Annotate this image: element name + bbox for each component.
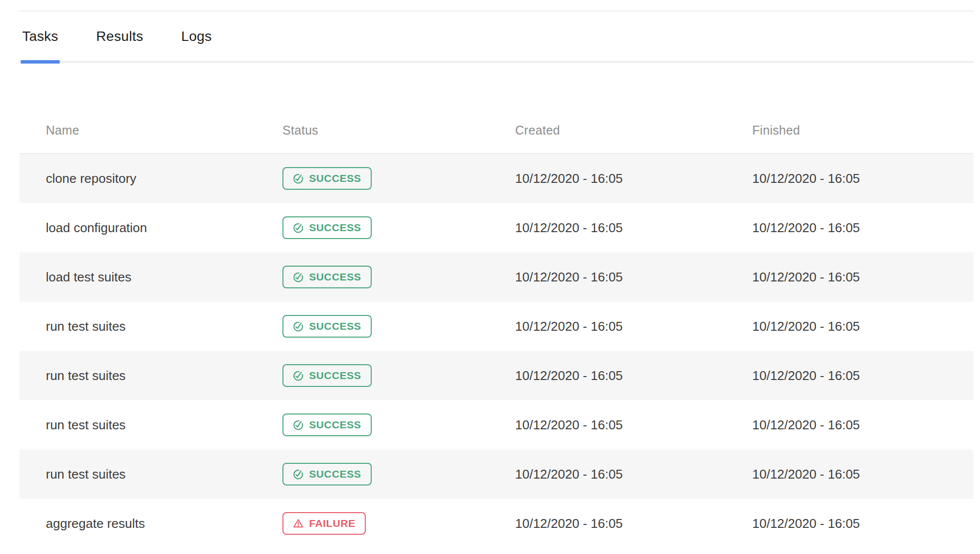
column-header-status: Status (282, 123, 515, 138)
task-created: 10/12/2020 - 16:05 (515, 417, 752, 433)
table-row: load configuration SUCCESS 10/12/2020 - … (20, 203, 974, 252)
table-body: clone repository SUCCESS 10/12/2020 - 16… (20, 154, 974, 548)
task-name: load test suites (20, 270, 282, 285)
task-status-cell: SUCCESS (282, 364, 515, 387)
check-circle-icon (292, 221, 305, 234)
status-badge-label: FAILURE (309, 518, 355, 529)
task-name: run test suites (20, 319, 282, 334)
status-badge-label: SUCCESS (309, 173, 361, 184)
warning-triangle-icon (292, 517, 305, 530)
status-badge: SUCCESS (282, 315, 372, 338)
task-status-cell: SUCCESS (282, 315, 515, 338)
task-finished: 10/12/2020 - 16:05 (752, 417, 974, 433)
tab-logs[interactable]: Logs (181, 11, 212, 61)
tab-bar: Tasks Results Logs (20, 11, 974, 63)
column-header-created: Created (515, 123, 752, 138)
status-badge: SUCCESS (282, 167, 372, 190)
task-name: run test suites (20, 417, 282, 433)
tab-tasks-label: Tasks (22, 29, 58, 44)
status-badge-label: SUCCESS (309, 271, 361, 283)
table-header-row: Name Status Created Finished (20, 107, 974, 154)
status-badge-label: SUCCESS (309, 222, 361, 234)
table-row: run test suites SUCCESS 10/12/2020 - 16:… (20, 450, 974, 499)
status-badge: SUCCESS (282, 414, 372, 436)
table-row: run test suites SUCCESS 10/12/2020 - 16:… (20, 351, 974, 400)
task-finished: 10/12/2020 - 16:05 (752, 220, 974, 236)
task-finished: 10/12/2020 - 16:05 (752, 516, 974, 531)
table-row: load test suites SUCCESS 10/12/2020 - 16… (20, 252, 974, 302)
tab-logs-label: Logs (181, 29, 212, 44)
table-row: run test suites SUCCESS 10/12/2020 - 16:… (20, 400, 974, 450)
status-badge: SUCCESS (282, 364, 372, 387)
status-badge: FAILURE (282, 512, 366, 535)
task-created: 10/12/2020 - 16:05 (515, 171, 752, 186)
task-status-cell: SUCCESS (282, 216, 515, 239)
task-created: 10/12/2020 - 16:05 (515, 516, 752, 531)
tasks-page: Tasks Results Logs Name Status Created F… (0, 0, 980, 554)
status-badge: SUCCESS (282, 266, 372, 288)
status-badge-label: SUCCESS (309, 320, 361, 332)
task-status-cell: FAILURE (282, 512, 515, 535)
task-created: 10/12/2020 - 16:05 (515, 220, 752, 236)
task-name: load configuration (20, 220, 282, 236)
task-finished: 10/12/2020 - 16:05 (752, 270, 974, 285)
status-badge-label: SUCCESS (309, 370, 361, 381)
check-circle-icon (292, 369, 305, 382)
task-name: aggregate results (20, 516, 282, 531)
task-status-cell: SUCCESS (282, 167, 515, 190)
table-row: aggregate results FAILURE 10/12/2020 - 1… (20, 499, 974, 548)
task-status-cell: SUCCESS (282, 414, 515, 436)
status-badge: SUCCESS (282, 216, 372, 239)
table-row: run test suites SUCCESS 10/12/2020 - 16:… (20, 302, 974, 351)
task-finished: 10/12/2020 - 16:05 (752, 368, 974, 383)
task-name: run test suites (20, 467, 282, 482)
tasks-table: Name Status Created Finished clone repos… (20, 107, 974, 548)
check-circle-icon (292, 320, 305, 333)
task-created: 10/12/2020 - 16:05 (515, 467, 752, 482)
check-circle-icon (292, 172, 305, 185)
task-status-cell: SUCCESS (282, 266, 515, 288)
tab-tasks[interactable]: Tasks (22, 11, 58, 61)
task-name: clone repository (20, 171, 282, 186)
task-status-cell: SUCCESS (282, 463, 515, 485)
task-finished: 10/12/2020 - 16:05 (752, 319, 974, 334)
status-badge-label: SUCCESS (309, 419, 361, 431)
task-finished: 10/12/2020 - 16:05 (752, 171, 974, 186)
column-header-finished: Finished (752, 123, 974, 138)
task-created: 10/12/2020 - 16:05 (515, 270, 752, 285)
status-badge-label: SUCCESS (309, 468, 361, 480)
check-circle-icon (292, 418, 305, 431)
task-created: 10/12/2020 - 16:05 (515, 368, 752, 383)
task-created: 10/12/2020 - 16:05 (515, 319, 752, 334)
tab-results[interactable]: Results (96, 11, 143, 61)
task-finished: 10/12/2020 - 16:05 (752, 467, 974, 482)
tab-results-label: Results (96, 29, 143, 44)
task-name: run test suites (20, 368, 282, 383)
column-header-name: Name (20, 123, 282, 138)
check-circle-icon (292, 271, 305, 283)
status-badge: SUCCESS (282, 463, 372, 485)
check-circle-icon (292, 468, 305, 481)
table-row: clone repository SUCCESS 10/12/2020 - 16… (20, 154, 974, 203)
